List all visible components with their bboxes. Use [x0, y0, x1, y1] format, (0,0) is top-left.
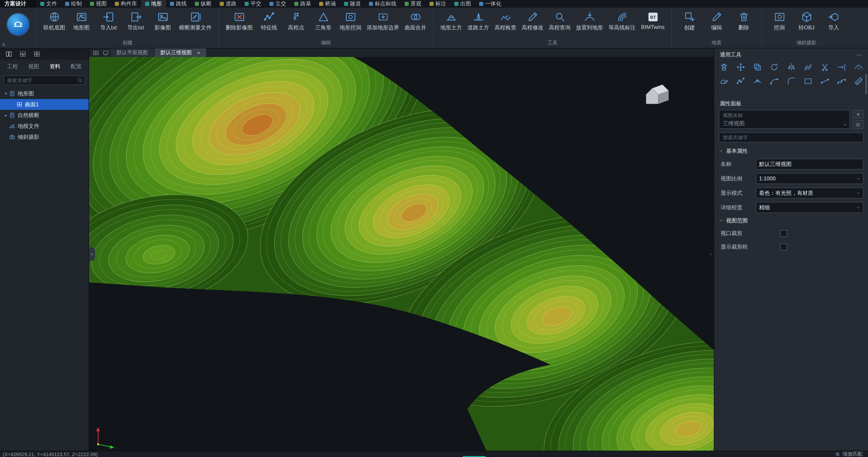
menu-item-sign-marking[interactable]: 标志标线 — [365, 0, 401, 8]
screen-view-button[interactable] — [103, 50, 109, 56]
view-cube-house[interactable] — [643, 82, 671, 107]
scrollbar[interactable] — [865, 74, 867, 94]
section-view-range-header[interactable]: 视图范围 — [714, 215, 868, 226]
ribbon-button-add-boundary[interactable]: 添加地形边界 — [364, 9, 402, 33]
menu-item-route[interactable]: 路线 — [166, 0, 191, 8]
tool-spline-button[interactable] — [837, 76, 847, 86]
ribbon-button-image-map[interactable]: 影像图 — [149, 9, 176, 33]
viewport-tab-3d-view[interactable]: 默认三维视图× — [155, 49, 206, 57]
menu-item-component-library[interactable]: 构件库 — [111, 0, 141, 8]
add-view-button[interactable]: + — [852, 110, 864, 118]
app-logo[interactable] — [0, 8, 36, 48]
tool-trash-button[interactable] — [719, 62, 729, 72]
tool-mirror-button[interactable] — [786, 62, 796, 72]
menu-item-terrain[interactable]: 地形 — [141, 0, 166, 8]
menu-item-landscape[interactable]: 景观 — [401, 0, 426, 8]
ribbon-button-terrain-hole[interactable]: 地形挖洞 — [337, 9, 364, 33]
detail-level-select[interactable]: 精细 — [756, 202, 864, 213]
tool-fillet-button[interactable] — [786, 76, 796, 86]
menu-item-integration[interactable]: 一体化 — [475, 0, 505, 8]
collapse-right-panel-handle[interactable]: › — [708, 247, 714, 261]
menu-item-annotation[interactable]: 标注 — [426, 0, 450, 8]
sidebar-tab-config[interactable]: 配置 — [66, 60, 87, 73]
section-basic-header[interactable]: 基本属性 — [714, 145, 868, 157]
ribbon-button-edit-geology[interactable]: 编辑 — [703, 9, 730, 33]
menu-item-road[interactable]: 道路 — [216, 0, 241, 8]
menu-item-subgrade[interactable]: 路基 — [290, 0, 315, 8]
app-title[interactable]: 方案设计 — [0, 0, 36, 8]
menu-item-view[interactable]: 视图 — [86, 0, 111, 8]
tool-rect-tool-button[interactable] — [803, 76, 813, 86]
tree-item-surface-1[interactable]: 曲面1 — [0, 99, 89, 110]
view-selector-dropdown[interactable]: 视图名称 三维视图 — [719, 110, 850, 129]
viewport-clip-checkbox[interactable] — [780, 230, 787, 237]
sidebar-search-input[interactable] — [4, 75, 85, 85]
tool-feature-line-button[interactable] — [736, 76, 746, 86]
menu-item-profile[interactable]: 纵断 — [191, 0, 216, 8]
display-mode-select[interactable]: 着色：有光照，有材质 — [756, 188, 864, 199]
tool-extend-button[interactable] — [837, 62, 847, 72]
tool-segment-button[interactable] — [820, 76, 830, 86]
ribbon-button-delete-image[interactable]: 删除影像图 — [223, 9, 255, 33]
properties-search-input[interactable] — [719, 132, 864, 142]
ribbon-button-bimtwins[interactable]: BTBIMTwins — [638, 9, 667, 33]
ribbon-button-dig-hole[interactable]: 挖洞 — [766, 9, 793, 33]
more-options-icon[interactable]: ⋯ — [856, 51, 863, 58]
collapse-sidebar-handle[interactable]: ‹ — [89, 247, 95, 261]
layout-mixed-button[interactable] — [20, 51, 26, 57]
tool-rotate-button[interactable] — [770, 62, 779, 72]
menu-item-interchange[interactable]: 立交 — [266, 0, 290, 8]
ribbon-button-terrain-map[interactable]: 地形图 — [68, 9, 95, 33]
viewport-tab-plan-view[interactable]: 默认平面视图 — [111, 49, 154, 57]
tool-measure-button[interactable] — [854, 76, 864, 86]
view-scale-select[interactable]: 1:1000 — [756, 173, 864, 184]
ribbon-button-import-txt[interactable]: 导入txt — [95, 9, 122, 33]
ribbon-button-create-geology[interactable]: 创建 — [676, 9, 703, 33]
show-clip-box-checkbox[interactable] — [780, 243, 787, 250]
menu-item-at-grade[interactable]: 平交 — [241, 0, 266, 8]
ribbon-button-elevation-check[interactable]: 高程检查 — [492, 9, 519, 33]
tree-item-terrain-map[interactable]: ▾地形图 — [0, 88, 89, 99]
tree-item-terrain-model-files[interactable]: 地模文件 — [0, 121, 89, 131]
tool-break-button[interactable] — [854, 62, 864, 72]
view-list-button[interactable] — [852, 120, 864, 129]
ribbon-button-contour-label[interactable]: 等高线标注 — [606, 9, 638, 33]
close-icon[interactable]: × — [197, 50, 200, 55]
ribbon-button-road-earthwork[interactable]: 道路土方 — [465, 9, 492, 33]
ribbon-button-delete-geology[interactable]: 删除 — [730, 9, 757, 33]
sidebar-tab-data[interactable]: 资料 — [44, 60, 66, 73]
terrain-3d-canvas[interactable]: ‹ › — [89, 57, 714, 451]
ribbon-button-feature-line[interactable]: 特征线 — [255, 9, 283, 33]
ribbon-button-terrain-earthwork[interactable]: 地形土方 — [438, 9, 465, 33]
ribbon-button-import-oblique[interactable]: 导入 — [820, 9, 847, 33]
zoom-fit-button[interactable]: 缩放匹配 — [835, 451, 868, 457]
ribbon-button-online-basemap[interactable]: 联机底图 — [41, 9, 68, 33]
ribbon-button-place-on-terrain[interactable]: 放置到地形 — [573, 9, 606, 33]
menu-item-bridge-culvert[interactable]: 桥涵 — [315, 0, 340, 8]
tree-item-natural-cross-section[interactable]: ▸自然横断 — [0, 110, 89, 121]
ribbon-button-to-obj[interactable]: 转OBJ — [793, 9, 820, 33]
tool-move-button[interactable] — [736, 62, 746, 72]
sidebar-tab-project[interactable]: 工程 — [2, 60, 23, 73]
tool-trim-button[interactable] — [820, 62, 830, 72]
tool-offset-button[interactable] — [803, 62, 813, 72]
menu-item-file[interactable]: 文件 — [36, 0, 61, 8]
ribbon-button-elevation-query[interactable]: 高程查询 — [546, 9, 573, 33]
ribbon-button-cross-section-file[interactable]: 横断测量文件 — [176, 9, 214, 33]
sidebar-tab-view[interactable]: 视图 — [23, 60, 44, 73]
layout-grid-button[interactable] — [33, 51, 40, 57]
ribbon-button-elevation-edit[interactable]: 高程修改 — [519, 9, 546, 33]
menu-item-tunnel[interactable]: 隧道 — [340, 0, 365, 8]
ribbon-button-merge-surface[interactable]: 曲面合并 — [402, 9, 429, 33]
menu-item-plot[interactable]: 出图 — [450, 0, 475, 8]
ribbon-button-triangle[interactable]: 三角形 — [310, 9, 337, 33]
split-view-button[interactable] — [93, 50, 99, 56]
name-input[interactable] — [759, 161, 860, 167]
menu-item-draw[interactable]: 绘制 — [61, 0, 86, 8]
ribbon-button-elevation-point[interactable]: 高程点 — [283, 9, 310, 33]
tool-copy-button[interactable] — [752, 62, 763, 72]
tool-node-edit-button[interactable] — [752, 76, 763, 86]
terrain-3d-view[interactable] — [89, 57, 714, 451]
app-logo-circle[interactable] — [7, 13, 29, 35]
layout-columns-button[interactable] — [5, 51, 12, 57]
